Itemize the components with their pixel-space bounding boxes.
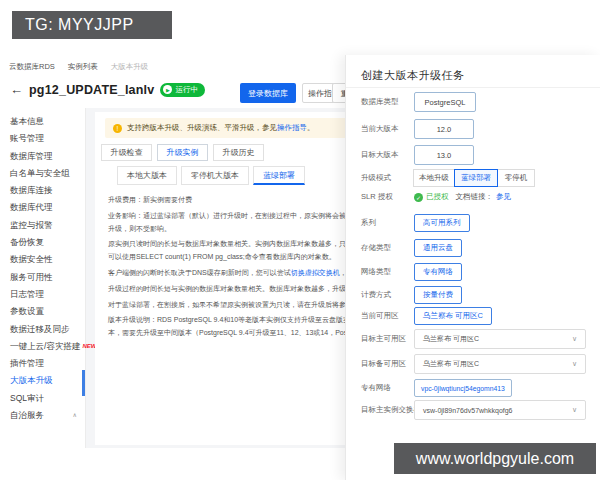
vswitch-label: 目标主实例交换机 xyxy=(361,405,414,415)
slr-doc-link[interactable]: 参见 xyxy=(496,192,511,202)
sidebar-item-cloud-dr[interactable]: 一键上云/容灾搭建 NEW xyxy=(0,338,85,355)
row-upgrade-mode: 升级模式 本地升级 蓝绿部署 零停机 xyxy=(361,169,593,187)
subtab-blue-green[interactable]: 蓝绿部署 xyxy=(253,166,305,185)
target-primary-zone-select[interactable]: 乌兰察布 可用区C ∨ xyxy=(414,329,586,349)
row-target-secondary-zone: 目标备可用区 乌兰察布 可用区C ∨ xyxy=(361,354,593,374)
network-type-value: 专有网络 xyxy=(414,263,462,281)
login-database-button[interactable]: 登录数据库 xyxy=(240,83,296,103)
sidebar-item-plugins[interactable]: 插件管理 xyxy=(0,355,85,372)
current-version-value: 12.0 xyxy=(414,119,474,139)
tab-upgrade-instance[interactable]: 升级实例 xyxy=(157,144,208,161)
series-label: 系列 xyxy=(361,218,414,228)
vswitch-select[interactable]: vsw-0jl89n76dv57whkkqofg6 ∨ xyxy=(414,400,586,420)
row-target-primary-zone: 目标主可用区 乌兰察布 可用区C ∨ xyxy=(361,329,593,349)
vswitch-value: vsw-0jl89n76dv57whkkqofg6 xyxy=(423,407,513,414)
db-type-label: 数据库类型 xyxy=(361,97,414,107)
storage-type-value: 通用云盘 xyxy=(414,239,462,257)
upgrade-mode-segmented: 本地升级 蓝绿部署 零停机 xyxy=(414,169,535,187)
sidebar-item-proxy[interactable]: 数据库代理 xyxy=(0,199,85,216)
switch-vswitch-link[interactable]: 切换虚拟交换机 xyxy=(291,269,340,276)
row-series: 系列 高可用系列 xyxy=(361,214,593,232)
row-current-version: 当前大版本 12.0 xyxy=(361,119,593,139)
breadcrumb: 云数据库RDS 实例列表 大版本升级 xyxy=(9,62,148,72)
instance-title: pg12_UPDATE_lanlv xyxy=(29,83,154,97)
sidebar-item-backup[interactable]: 备份恢复 xyxy=(0,234,85,251)
sidebar-item-autonomy-label: 自治服务 xyxy=(10,407,44,424)
mode-local-upgrade-button[interactable]: 本地升级 xyxy=(413,169,455,187)
subtab-local-major-version[interactable]: 本地大版本 xyxy=(117,166,177,185)
running-play-icon: ▶ xyxy=(163,85,172,94)
target-secondary-zone-label: 目标备可用区 xyxy=(361,359,414,369)
target-secondary-zone-value: 乌兰察布 可用区C xyxy=(423,359,479,369)
row-db-type: 数据库类型 PostgreSQL xyxy=(361,92,593,112)
series-value: 高可用系列 xyxy=(414,214,470,232)
upgrade-mode-label: 升级模式 xyxy=(361,173,414,183)
target-primary-zone-value: 乌兰察布 可用区C xyxy=(423,334,479,344)
banner-guide-link[interactable]: 操作指导 xyxy=(277,123,307,132)
breadcrumb-instance-list[interactable]: 实例列表 xyxy=(68,62,98,72)
db-type-value: PostgreSQL xyxy=(414,92,476,112)
sidebar-item-whitelist[interactable]: 白名单与安全组 xyxy=(0,165,85,182)
network-type-label: 网络类型 xyxy=(361,267,414,277)
current-zone-value: 乌兰察布 可用区C xyxy=(414,307,492,325)
back-arrow-icon[interactable]: ← xyxy=(10,82,23,97)
current-zone-label: 当前可用区 xyxy=(361,311,414,321)
slr-label: SLR 授权 xyxy=(361,192,414,202)
target-version-label: 目标大版本 xyxy=(361,150,414,160)
subtab-zero-downtime[interactable]: 零停机大版本 xyxy=(181,166,249,185)
status-badge-label: 运行中 xyxy=(175,85,198,95)
tab-upgrade-check[interactable]: 升级检查 xyxy=(101,144,152,161)
warning-icon: ! xyxy=(113,124,122,133)
banner-text-post: 。 xyxy=(307,123,315,132)
sidebar-item-autonomy[interactable]: 自治服务 ∧ xyxy=(0,407,85,424)
sidebar-item-sql-audit[interactable]: SQL审计 xyxy=(0,390,85,407)
target-version-value: 13.0 xyxy=(414,145,474,165)
sidebar-item-migration[interactable]: 数据迁移及同步 xyxy=(0,321,85,338)
create-upgrade-task-drawer: 创建大版本升级任务 数据库类型 PostgreSQL 当前大版本 12.0 目标… xyxy=(345,55,600,480)
sidebar-item-connection[interactable]: 数据库连接 xyxy=(0,182,85,199)
sidebar-item-monitoring[interactable]: 监控与报警 xyxy=(0,217,85,234)
sidebar-item-databases[interactable]: 数据库管理 xyxy=(0,148,85,165)
current-version-label: 当前大版本 xyxy=(361,124,414,134)
sidebar-item-logs[interactable]: 日志管理 xyxy=(0,286,85,303)
sidebar-item-data-security[interactable]: 数据安全性 xyxy=(0,251,85,268)
sidebar-item-parameters[interactable]: 参数设置 xyxy=(0,303,85,320)
row-current-zone: 当前可用区 乌兰察布 可用区C xyxy=(361,307,593,325)
bottom-watermark: www.worldpgyule.com xyxy=(394,443,596,474)
collapse-chevron-icon: ∧ xyxy=(73,407,77,424)
breadcrumb-product[interactable]: 云数据库RDS xyxy=(9,62,55,72)
row-billing: 计费方式 按量付费 xyxy=(361,286,593,304)
drawer-title: 创建大版本升级任务 xyxy=(361,68,465,83)
billing-label: 计费方式 xyxy=(361,290,414,300)
slr-doc-label: 文档链接： xyxy=(456,192,494,202)
row-vpc: 专有网络 vpc-0jlwqtiuncj54egomn413 xyxy=(361,379,593,397)
billing-value: 按量付费 xyxy=(414,286,462,304)
sidebar-item-accounts[interactable]: 账号管理 xyxy=(0,130,85,147)
slr-status: ✓ 已授权 文档链接： 参见 xyxy=(414,192,511,202)
sidebar-item-cloud-dr-label: 一键上云/容灾搭建 xyxy=(10,338,80,355)
sidebar: 基本信息 账号管理 数据库管理 白名单与安全组 数据库连接 数据库代理 监控与报… xyxy=(0,108,86,448)
row-vswitch: 目标主实例交换机 vsw-0jl89n76dv57whkkqofg6 ∨ xyxy=(361,400,593,420)
storage-type-label: 存储类型 xyxy=(361,243,414,253)
banner-text: 支持跨版本升级、升级演练、平滑升级，参见操作指导。 xyxy=(127,123,315,133)
sidebar-item-availability[interactable]: 服务可用性 xyxy=(0,269,85,286)
top-watermark: TG: MYYJJPP xyxy=(12,11,172,39)
sidebar-scrollbar-thumb[interactable] xyxy=(82,370,85,396)
mode-zero-downtime-button[interactable]: 零停机 xyxy=(497,169,535,187)
page-header: ← pg12_UPDATE_lanlv ▶ 运行中 xyxy=(10,82,205,97)
sidebar-item-major-version-upgrade[interactable]: 大版本升级 xyxy=(0,372,85,389)
mode-blue-green-button[interactable]: 蓝绿部署 xyxy=(454,169,498,187)
chevron-down-icon: ∨ xyxy=(572,335,577,343)
vpc-value: vpc-0jlwqtiuncj54egomn413 xyxy=(414,379,512,397)
status-badge: ▶ 运行中 xyxy=(160,83,205,97)
tab-upgrade-history[interactable]: 升级历史 xyxy=(213,144,264,161)
row-storage-type: 存储类型 通用云盘 xyxy=(361,239,593,257)
chevron-down-icon: ∨ xyxy=(572,406,577,414)
target-primary-zone-label: 目标主可用区 xyxy=(361,334,414,344)
row-slr: SLR 授权 ✓ 已授权 文档链接： 参见 xyxy=(361,192,593,202)
check-icon: ✓ xyxy=(414,193,423,202)
slr-status-text: 已授权 xyxy=(426,192,449,202)
banner-text-pre: 支持跨版本升级、升级演练、平滑升级，参见 xyxy=(127,123,277,132)
target-secondary-zone-select[interactable]: 乌兰察布 可用区C ∨ xyxy=(414,354,586,374)
sidebar-item-basic-info[interactable]: 基本信息 xyxy=(0,113,85,130)
